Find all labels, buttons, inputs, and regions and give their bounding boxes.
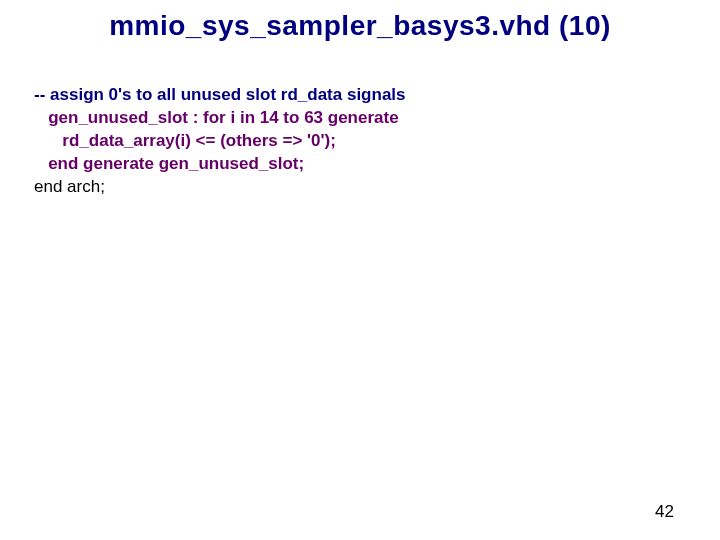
- code-end-arch: end arch;: [34, 176, 686, 199]
- code-line-3: end generate gen_unused_slot;: [34, 153, 686, 176]
- code-line-2: rd_data_array(i) <= (others => '0');: [34, 130, 686, 153]
- slide: mmio_sys_sampler_basys3.vhd (10) -- assi…: [0, 0, 720, 540]
- code-comment: -- assign 0's to all unused slot rd_data…: [34, 84, 686, 107]
- code-line-1: gen_unused_slot : for i in 14 to 63 gene…: [34, 107, 686, 130]
- page-number: 42: [655, 502, 674, 522]
- slide-title: mmio_sys_sampler_basys3.vhd (10): [0, 10, 720, 42]
- code-block: -- assign 0's to all unused slot rd_data…: [34, 84, 686, 199]
